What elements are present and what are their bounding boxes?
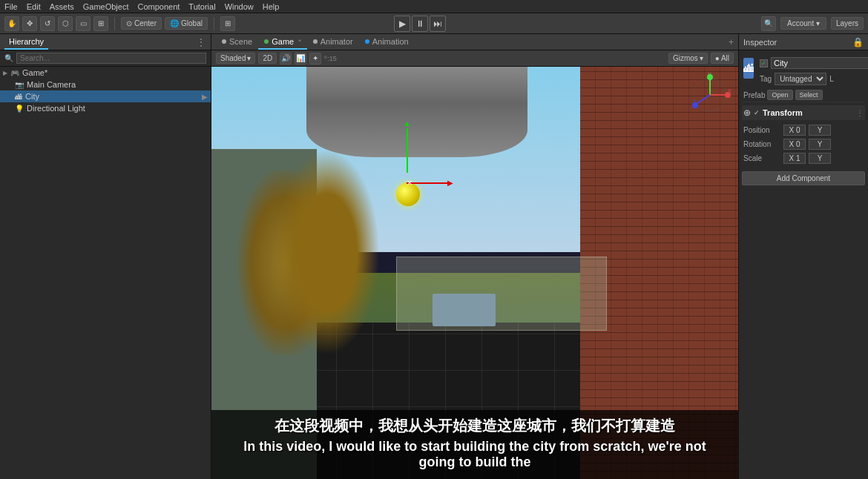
menu-edit[interactable]: Edit xyxy=(27,2,41,11)
rotation-x-val: X 0 xyxy=(783,139,806,150)
rect-tool[interactable]: ▭ xyxy=(76,16,91,31)
inspector-object-row: 🏙 ✓ Tag Untagged L xyxy=(742,53,865,88)
menu-assets[interactable]: Assets xyxy=(50,2,74,11)
select-prefab-btn[interactable]: Select xyxy=(795,90,823,100)
account-section: 🔍 Account ▾ Layers xyxy=(761,16,864,31)
inspector-title: Inspector xyxy=(743,38,777,47)
rotate-tool[interactable]: ↺ xyxy=(40,16,55,31)
menu-bar: File Edit Assets GameObject Component Tu… xyxy=(0,0,868,13)
game-tab-dot xyxy=(264,39,269,44)
layers-btn[interactable]: Layers xyxy=(831,17,864,30)
animation-tab-dot xyxy=(365,39,369,44)
fps-label: ⁰:15 xyxy=(324,55,337,62)
lock-icon[interactable]: 🔒 xyxy=(852,37,864,47)
menu-help[interactable]: Help xyxy=(263,2,280,11)
position-field: Position X 0 Y xyxy=(742,123,865,137)
menu-component[interactable]: Component xyxy=(137,2,180,11)
svg-text:Z: Z xyxy=(693,99,697,105)
cursor-indicator xyxy=(407,178,415,187)
game-tab[interactable]: Game * xyxy=(258,34,306,50)
obj-active-checkbox[interactable]: ✓ xyxy=(760,59,768,67)
svg-line-5 xyxy=(697,95,710,104)
gizmos-btn[interactable]: Gizmos ▾ xyxy=(668,53,708,64)
scene-tab[interactable]: Scene xyxy=(216,34,258,50)
hierarchy-search-input[interactable] xyxy=(16,53,206,64)
center-panel: Scene Game * Animator Animation + Shaded… xyxy=(211,34,738,479)
view-tabs: Scene Game * Animator Animation + xyxy=(211,34,738,50)
hierarchy-item-maincamera[interactable]: 📷 Main Camera xyxy=(0,79,211,90)
toolbar-sep-2 xyxy=(214,17,214,30)
search-top-icon[interactable]: 🔍 xyxy=(761,16,776,31)
center-btn[interactable]: ⊙ Center xyxy=(121,17,162,30)
step-button[interactable]: ⏭ xyxy=(430,16,446,32)
hierarchy-item-light[interactable]: 💡 Directional Light xyxy=(0,102,211,114)
game-toolbar: Shaded ▾ 2D 🔊 📊 ✦ ⁰:15 Gizmos ▾ ● All xyxy=(211,50,738,67)
all-icon: ● xyxy=(715,54,720,62)
subtitles-overlay: 在这段视频中，我想从头开始建造这座城市，我们不打算建造 In this vide… xyxy=(211,410,738,479)
hierarchy-search-icon: 🔍 xyxy=(4,54,13,62)
hierarchy-item-game[interactable]: ▶ 🎮 Game* xyxy=(0,67,211,79)
transform-tool[interactable]: ⊞ xyxy=(93,16,108,31)
shaded-arrow: ▾ xyxy=(247,54,251,62)
menu-tutorial[interactable]: Tutorial xyxy=(188,2,215,11)
scene-tab-dot xyxy=(222,39,226,44)
audio-icon[interactable]: 🔊 xyxy=(280,53,292,65)
center-icon: ⊙ xyxy=(126,19,132,27)
obj-icon-glyph: 🏙 xyxy=(743,62,754,74)
all-label-btn[interactable]: ● All xyxy=(711,53,734,64)
hierarchy-item-city[interactable]: 🏙 City ▶ xyxy=(0,90,211,102)
account-btn[interactable]: Account ▾ xyxy=(780,17,826,30)
layer-label: L xyxy=(829,75,834,83)
menu-gameobject[interactable]: GameObject xyxy=(83,2,129,11)
transform-component-header[interactable]: ⊕ ✓ Transform ⋮ xyxy=(742,105,865,120)
hand-tool[interactable]: ✋ xyxy=(4,16,19,31)
scale-label: Scale xyxy=(743,154,780,162)
animation-tab[interactable]: Animation xyxy=(359,34,415,50)
fence-structure xyxy=(396,257,607,331)
foliage-left xyxy=(274,149,380,355)
transform-enable-checkbox[interactable]: ✓ xyxy=(754,109,760,116)
pipe-top xyxy=(306,67,527,157)
rotation-label: Rotation xyxy=(743,140,780,148)
rotation-field: Rotation X 0 Y xyxy=(742,137,865,151)
inspector-obj-icon: 🏙 xyxy=(743,58,754,79)
game-icon: 🎮 xyxy=(10,69,19,77)
scene-art: X Y Z 在这段视频中，我想从头开始建造这座城市，我们不打算建造 In thi… xyxy=(211,67,738,479)
menu-window[interactable]: Window xyxy=(225,2,254,11)
view-2d-btn[interactable]: 2D xyxy=(258,53,277,64)
object-name-row: ✓ xyxy=(758,55,868,71)
tag-row: Tag Untagged L xyxy=(758,71,868,87)
effects-icon[interactable]: ✦ xyxy=(309,53,321,65)
svg-text:Y: Y xyxy=(708,73,711,77)
menu-file[interactable]: File xyxy=(4,2,18,11)
tag-label: Tag xyxy=(760,75,772,83)
animator-tab[interactable]: Animator xyxy=(307,34,359,50)
obj-name-input[interactable] xyxy=(771,57,868,69)
stats-icon[interactable]: 📊 xyxy=(295,53,306,65)
prefab-row: Prefab Open Select xyxy=(742,88,865,102)
move-tool[interactable]: ✥ xyxy=(22,16,37,31)
global-btn[interactable]: 🌐 Global xyxy=(165,17,208,30)
hierarchy-tab[interactable]: Hierarchy xyxy=(4,34,48,50)
arrow-icon: ▶ xyxy=(3,70,7,76)
open-prefab-btn[interactable]: Open xyxy=(767,90,792,100)
tag-select[interactable]: Untagged xyxy=(775,73,826,85)
inspector-panel: Inspector 🔒 🏙 ✓ Tag Untagged xyxy=(738,34,868,479)
view-tabs-add-btn[interactable]: + xyxy=(729,37,734,47)
main-layout: Hierarchy ⋮ 🔍 ▶ 🎮 Game* 📷 Main Camera 🏙 … xyxy=(0,34,868,479)
extra-tool-1[interactable]: ⊞ xyxy=(220,16,235,31)
transform-menu-icon[interactable]: ⋮ xyxy=(856,109,864,117)
play-button[interactable]: ▶ xyxy=(394,16,410,32)
svg-text:X: X xyxy=(728,88,731,93)
pause-button[interactable]: ⏸ xyxy=(412,16,428,32)
scale-tool[interactable]: ⬡ xyxy=(58,16,73,31)
add-component-btn[interactable]: Add Component xyxy=(742,171,865,185)
prefab-label: Prefab xyxy=(743,91,765,99)
light-icon: 💡 xyxy=(15,105,24,113)
scale-x-val: X 1 xyxy=(783,153,806,164)
transform-title: Transform xyxy=(763,108,803,117)
hierarchy-menu-btn[interactable]: ⋮ xyxy=(196,36,206,48)
subtitle-chinese: 在这段视频中，我想从头开始建造这座城市，我们不打算建造 xyxy=(226,416,723,436)
shaded-dropdown[interactable]: Shaded ▾ xyxy=(216,53,255,64)
position-x-val: X 0 xyxy=(783,125,806,136)
